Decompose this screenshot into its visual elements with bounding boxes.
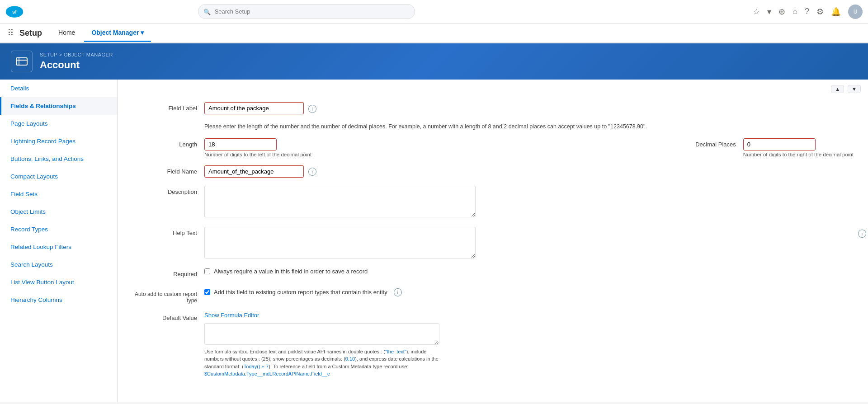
required-row: Required Always require a value in this … [132,268,854,280]
sidebar-item-compact-layouts[interactable]: Compact Layouts [0,168,117,185]
field-name-row: Field Name i [132,165,854,178]
help-icon[interactable]: ? [805,7,809,16]
search-icon: 🔍 [203,8,211,15]
formula-hint: Use formula syntax. Enclose text and pic… [204,348,439,378]
app-grid-icon[interactable]: ⠿ [7,28,14,38]
formula-hint-link-3[interactable]: Today() + 7 [244,364,269,369]
sidebar-item-buttons-links-actions[interactable]: Buttons, Links, and Actions [0,150,117,168]
breadcrumb-object-manager[interactable]: OBJECT MANAGER [64,52,113,57]
decimal-places-field: Number of digits to the right of the dec… [743,138,854,157]
user-avatar[interactable]: U [848,5,863,19]
object-icon [11,51,33,72]
add-icon[interactable]: ⊕ [778,7,785,17]
description-note: Please enter the length of the number an… [204,122,854,131]
formula-hint-link-1[interactable]: "the_text" [385,349,406,354]
decimal-places-hint: Number of digits to the right of the dec… [743,152,854,157]
description-textarea[interactable] [204,186,476,217]
show-formula-editor-link[interactable]: Show Formula Editor [204,312,259,319]
length-decimal-row: Length Number of digits to the left of t… [132,138,854,157]
sidebar-item-record-types[interactable]: Record Types [0,221,117,238]
auto-add-row: Auto add to custom report type Add this … [132,288,854,304]
notifications-icon[interactable]: 🔔 [831,7,841,17]
auto-add-checkbox-row: Add this field to existing custom report… [204,288,854,296]
auto-add-info-icon[interactable]: i [394,288,402,296]
description-label: Description [132,186,204,195]
sidebar-item-page-layouts[interactable]: Page Layouts [0,115,117,132]
decimal-places-section: Decimal Places Number of digits to the r… [695,138,854,157]
field-label-label: Field Label [132,102,204,112]
field-label-field: i [204,102,854,114]
setup-icon[interactable]: ⌂ [793,7,797,16]
search-bar: 🔍 [198,4,415,19]
decimal-places-input[interactable] [743,138,816,150]
field-label-input[interactable] [204,102,304,114]
page-header: SETUP > OBJECT MANAGER Account [0,43,868,80]
description-field [204,186,854,219]
field-label-info-icon[interactable]: i [308,105,316,113]
top-scroll-buttons: ▲ ▼ [118,80,868,95]
length-input[interactable] [204,138,277,150]
sidebar-item-details[interactable]: Details [0,80,117,97]
page-header-text: SETUP > OBJECT MANAGER Account [40,52,113,71]
salesforce-logo[interactable]: sf [5,3,24,21]
field-name-label: Field Name [132,165,204,175]
help-text-info-icon[interactable]: i [858,230,866,238]
default-value-field: Show Formula Editor Use formula syntax. … [204,312,854,378]
field-label-row: Field Label i [132,102,854,114]
length-label: Length [132,138,204,148]
sidebar-item-fields-relationships[interactable]: Fields & Relationships [0,97,117,115]
length-field: Number of digits to the left of the deci… [204,138,641,157]
second-navigation: ⠿ Setup Home Object Manager ▾ [0,23,868,43]
main-content: Details Fields & Relationships Page Layo… [0,80,868,402]
description-row: Description [132,186,854,219]
favorites-icon[interactable]: ☆ [753,7,760,17]
formula-textarea[interactable] [204,323,439,345]
scroll-down-button[interactable]: ▼ [848,85,861,93]
form-section: Field Label i Please enter the length of… [118,95,868,400]
app-name-label: Setup [19,28,42,38]
field-name-field: i [204,165,854,178]
sidebar-item-field-sets[interactable]: Field Sets [0,185,117,203]
object-manager-dropdown-icon[interactable]: ▾ [141,29,144,36]
required-checkbox-row: Always require a value in this field in … [204,268,854,275]
sidebar-item-hierarchy-columns[interactable]: Hierarchy Columns [0,291,117,309]
formula-hint-link-2[interactable]: 0.10 [345,356,355,362]
required-field: Always require a value in this field in … [204,268,854,280]
favorites-dropdown-icon[interactable]: ▾ [767,7,771,17]
formula-hint-link-4[interactable]: $CustomMetadata.Type__mdt.RecordAPIName.… [204,371,330,376]
auto-add-checkbox-label: Add this field to existing custom report… [214,289,387,296]
required-checkbox-label: Always require a value in this field in … [214,268,368,275]
search-input[interactable] [198,4,415,19]
field-name-input[interactable] [204,165,304,178]
sidebar-item-related-lookup-filters[interactable]: Related Lookup Filters [0,238,117,256]
breadcrumb: SETUP > OBJECT MANAGER [40,52,113,57]
help-text-label: Help Text [132,227,204,236]
default-value-row: Default Value Show Formula Editor Use fo… [132,312,854,385]
settings-icon[interactable]: ⚙ [816,7,824,17]
top-navigation: sf 🔍 ☆ ▾ ⊕ ⌂ ? ⚙ 🔔 U [0,0,868,23]
auto-add-checkbox[interactable] [204,289,210,295]
nav-right-icons: ☆ ▾ ⊕ ⌂ ? ⚙ 🔔 U [753,5,863,19]
field-name-info-icon[interactable]: i [308,168,316,176]
help-text-textarea[interactable] [204,227,476,258]
scroll-up-button[interactable]: ▲ [831,85,844,93]
sidebar-item-lightning-record-pages[interactable]: Lightning Record Pages [0,132,117,150]
sidebar-item-list-view-button-layout[interactable]: List View Button Layout [0,273,117,291]
decimal-places-label: Decimal Places [695,138,743,148]
svg-text:sf: sf [12,9,17,14]
page-title: Account [40,59,113,71]
help-text-row: Help Text i [132,227,854,260]
auto-add-label: Auto add to custom report type [132,288,204,304]
required-checkbox[interactable] [204,268,210,274]
required-label: Required [132,268,204,277]
sidebar: Details Fields & Relationships Page Layo… [0,80,118,402]
breadcrumb-setup[interactable]: SETUP [40,52,57,57]
tab-home[interactable]: Home [51,24,82,42]
svg-rect-2 [16,58,27,65]
tab-object-manager[interactable]: Object Manager ▾ [84,24,151,42]
help-text-field: i [204,227,854,260]
length-hint: Number of digits to the left of the deci… [204,152,641,157]
auto-add-field: Add this field to existing custom report… [204,288,854,302]
sidebar-item-search-layouts[interactable]: Search Layouts [0,256,117,273]
sidebar-item-object-limits[interactable]: Object Limits [0,203,117,221]
